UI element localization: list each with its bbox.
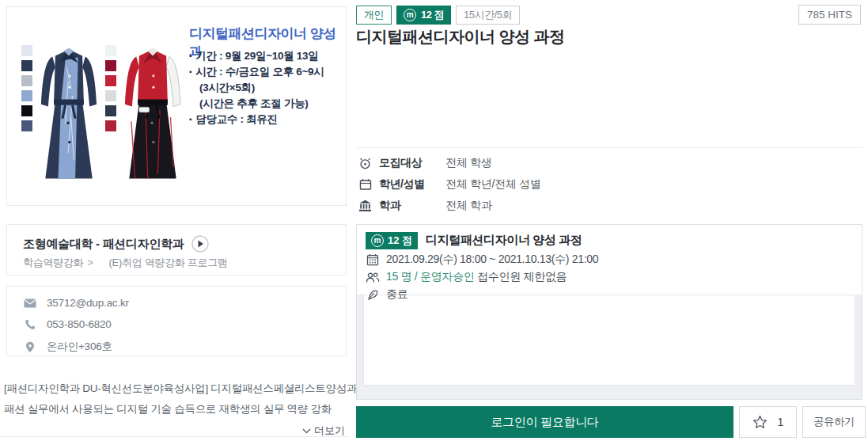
page-title: 디지털패션디자이너 양성 과정 — [356, 26, 565, 48]
email-icon — [23, 298, 37, 308]
swatch — [21, 60, 32, 71]
play-icon — [191, 235, 209, 253]
description-line-1: [패션디자인학과 DU-혁신선도분야육성사업] 디지털패션스페셜리스트양성과정 — [4, 382, 367, 396]
chevron-right-icon: > — [87, 257, 93, 268]
pen-icon — [366, 289, 380, 301]
swatch — [21, 105, 32, 116]
show-more-label: 더보기 — [314, 424, 345, 436]
points-label: 12 점 — [421, 8, 444, 22]
badge-points: m 12 점 — [366, 232, 418, 249]
play-button[interactable] — [191, 235, 209, 253]
flyer-details: ▪기간 : 9월 29일~10월 13일 ▪시간 : 수/금요일 오후 6~9시… — [189, 48, 346, 127]
swatch — [105, 60, 116, 71]
contact-card: 35712@dup.ac.kr 053-850-6820 온라인+306호 — [6, 286, 347, 356]
login-required-button[interactable]: 로그인이 필요합니다 — [356, 406, 733, 438]
department-title: 조형예술대학 - 패션디자인학과 — [23, 237, 184, 252]
breadcrumb-category[interactable]: 학습역량강화 — [23, 257, 83, 268]
university-icon — [358, 200, 373, 212]
course-session-header: m 12 점 디지털패션디자이너 양성 과정 2021.09.29(수) 18:… — [357, 225, 862, 295]
people-icon — [366, 272, 380, 283]
flyer-line-sessions: (3시간×5회) — [189, 80, 346, 96]
capacity-note: 접수인원 제한없음 — [477, 270, 567, 283]
divider — [0, 436, 348, 437]
color-swatch-column-left — [21, 45, 32, 131]
department-title-row: 조형예술대학 - 패션디자인학과 — [23, 235, 209, 253]
flyer-line-period: ▪기간 : 9월 29일~10월 13일 — [189, 48, 346, 64]
course-date-row: 2021.09.29(수) 18:00 ~ 2021.10.13(수) 21:0… — [366, 251, 853, 268]
swatch — [105, 105, 116, 116]
badge-type: 개인 — [356, 6, 392, 25]
star-icon — [752, 415, 768, 429]
contact-location-row: 온라인+306호 — [23, 340, 112, 354]
course-session-title: 디지털패션디자이너 양성 과정 — [426, 233, 582, 248]
favorite-count: 1 — [778, 416, 784, 428]
bullet-icon: ▪ — [189, 67, 191, 76]
course-session-title-row: m 12 점 디지털패션디자이너 양성 과정 — [366, 230, 853, 251]
info-label: 학과 — [379, 199, 445, 213]
info-row-grade-gender: 학년/성별 전체 학년/전체 성별 — [358, 177, 540, 192]
info-label: 모집대상 — [379, 156, 445, 170]
hits-counter: 785 HITS — [798, 5, 861, 25]
target-icon — [358, 157, 373, 170]
flyer-line-professor: ▪담당교수 : 최유진 — [189, 112, 346, 127]
location-pin-icon — [23, 341, 37, 353]
points-label: 12 점 — [388, 234, 412, 248]
info-row-target: 모집대상 전체 학생 — [358, 155, 491, 171]
course-capacity-row: 15 명 / 운영자승인 접수인원 제한없음 — [366, 268, 853, 286]
phone-icon — [23, 319, 37, 330]
color-swatch-column-right — [105, 45, 116, 131]
badge-points: m 12 점 — [396, 6, 451, 25]
flyer-line-note: (시간은 추후 조절 가능) — [189, 96, 346, 112]
bullet-icon: ▪ — [189, 115, 191, 124]
swatch — [105, 75, 116, 86]
course-status: 종료 — [386, 287, 407, 302]
calendar-icon — [358, 178, 373, 191]
contact-email-row: 35712@dup.ac.kr — [23, 297, 129, 309]
course-session-body — [363, 295, 855, 386]
course-session-card: m 12 점 디지털패션디자이너 양성 과정 2021.09.29(수) 18:… — [356, 224, 862, 400]
m-circle-icon: m — [371, 234, 384, 247]
info-value: 전체 학년/전체 성별 — [445, 177, 540, 192]
swatch — [21, 120, 32, 131]
m-circle-icon: m — [404, 9, 416, 21]
chevron-down-icon — [302, 428, 311, 434]
coat-illustration-red — [119, 39, 186, 181]
flyer-line-time: ▪시간 : 수/금요일 오후 6~9시 — [189, 64, 346, 80]
swatch — [105, 90, 116, 101]
favorite-button[interactable]: 1 — [739, 406, 797, 438]
info-value: 전체 학과 — [445, 199, 491, 213]
contact-email[interactable]: 35712@dup.ac.kr — [47, 297, 129, 309]
program-breadcrumb: 학습역량강화>(E)취업 역량강화 프로그램 — [23, 256, 228, 270]
contact-phone-row: 053-850-6820 — [23, 318, 112, 330]
badge-duration: 15시간/5회 — [456, 6, 520, 25]
course-date-range: 2021.09.29(수) 18:00 ~ 2021.10.13(수) 21:0… — [386, 253, 598, 267]
capacity-highlight: 15 명 / 운영자승인 — [386, 270, 475, 283]
description-line-2: 패션 실무에서 사용되는 디지털 기술 습득으로 재학생의 실무 역량 강화 — [4, 402, 332, 416]
coat-illustration-denim — [36, 39, 102, 181]
info-value: 전체 학생 — [445, 156, 491, 170]
contact-location: 온라인+306호 — [47, 340, 112, 354]
info-label: 학년/성별 — [379, 177, 445, 192]
contact-phone[interactable]: 053-850-6820 — [47, 318, 112, 330]
swatch — [21, 90, 32, 101]
breadcrumb-program[interactable]: (E)취업 역량강화 프로그램 — [109, 257, 228, 268]
swatch — [105, 120, 116, 131]
course-capacity: 15 명 / 운영자승인 접수인원 제한없음 — [386, 270, 567, 284]
swatch — [21, 45, 32, 56]
info-row-department: 학과 전체 학과 — [358, 198, 491, 214]
swatch — [105, 45, 116, 56]
swatch — [21, 75, 32, 86]
share-button[interactable]: 공유하기 — [802, 406, 866, 438]
calendar-icon — [366, 253, 380, 266]
divider — [356, 147, 862, 148]
course-detail-page: 디지털패션디자이너 양성 과 ▪기간 : 9월 29일~10월 13일 ▪시간 … — [0, 0, 868, 441]
bullet-icon: ▪ — [189, 51, 191, 60]
badge-row: 개인 m 12 점 15시간/5회 — [356, 6, 520, 25]
course-flyer-image: 디지털패션디자이너 양성 과 ▪기간 : 9월 29일~10월 13일 ▪시간 … — [6, 6, 347, 206]
department-card: 조형예술대학 - 패션디자인학과 학습역량강화>(E)취업 역량강화 프로그램 — [6, 224, 347, 276]
